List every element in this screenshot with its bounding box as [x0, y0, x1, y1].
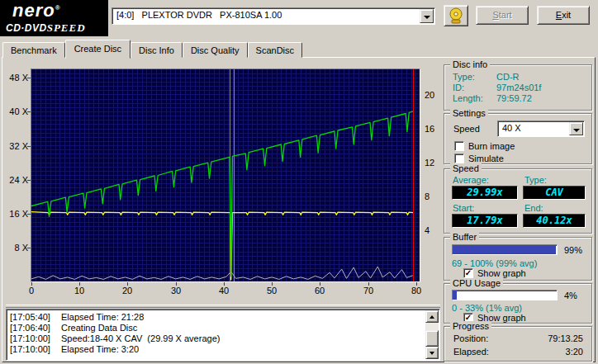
start-speed-label: Start:	[453, 203, 474, 213]
speed-graph-canvas	[31, 69, 420, 281]
speed-type-display: CAV	[523, 186, 586, 200]
buffer-progress-fill	[453, 245, 556, 254]
drive-select-value: [4:0] PLEXTOR DVDR PX-810SA 1.00	[116, 10, 282, 20]
disc-id-value: 97m24s01f	[496, 83, 541, 92]
cpu-progress-fill	[453, 291, 457, 300]
settings-title: Settings	[450, 108, 488, 118]
speed-title: Speed	[450, 163, 482, 173]
eject-tray-button[interactable]	[444, 5, 468, 26]
nero-logo: nero® CD·DVDSPEED	[0, 0, 108, 36]
cpu-progressbar	[452, 290, 558, 300]
disc-length-label: Length:	[453, 93, 483, 103]
registered-mark-icon: ®	[55, 4, 61, 12]
disc-type-label: Type:	[453, 72, 475, 82]
chevron-down-icon	[573, 129, 580, 132]
speed-select-combobox[interactable]: 40 X	[497, 121, 585, 137]
disc-length-value: 79:59.72	[496, 93, 532, 103]
drive-select-combobox[interactable]: [4:0] PLEXTOR DVDR PX-810SA 1.00	[112, 7, 435, 25]
log-line[interactable]: [17:05:40]Elapsed Time: 21:28	[10, 312, 424, 323]
disc-info-group: Disc info Type: CD-R ID: 97m24s01f Lengt…	[444, 64, 592, 111]
elapsed-value: 3:20	[566, 347, 583, 357]
buffer-percent: 99%	[564, 245, 582, 255]
speed-select-dropdown-button[interactable]	[569, 122, 583, 135]
average-speed-display: 29.99x	[452, 186, 518, 200]
buffer-progressbar	[452, 244, 558, 255]
simulate-label: Simulate	[468, 154, 504, 163]
arrow-up-icon	[430, 315, 434, 319]
cpu-usage-group: CPU Usage 4% 0 - 33% (1% avg) Show graph	[444, 283, 592, 324]
tab-scandisc[interactable]: ScanDisc	[248, 42, 302, 58]
tab-bar: BenchmarkCreate DiscDisc InfoDisc Qualit…	[2, 39, 302, 58]
progress-group: Progress Position: 79:13.25 Elapsed: 3:2…	[444, 326, 592, 362]
cd-dvd-speed-wordmark: CD·DVDSPEED	[6, 21, 86, 35]
nero-wordmark: nero®	[12, 0, 61, 21]
arrow-down-icon	[430, 352, 434, 355]
end-speed-display: 40.12x	[523, 214, 586, 228]
average-label: Average:	[453, 175, 489, 185]
speed-select-value: 40 X	[502, 123, 521, 133]
cpu-usage-title: CPU Usage	[450, 278, 503, 288]
scroll-down-button[interactable]	[425, 347, 439, 359]
buffer-show-graph-checkbox[interactable]	[463, 268, 473, 278]
buffer-group: Buffer 99% 69 - 100% (99% avg) Show grap…	[444, 237, 592, 281]
nero-cd-dvd-speed-window: nero® CD·DVDSPEED [4:0] PLEXTOR DVDR PX-…	[0, 0, 598, 364]
position-value: 79:13.25	[548, 333, 583, 343]
disc-type-value: CD-R	[496, 72, 520, 82]
tab-benchmark[interactable]: Benchmark	[2, 42, 65, 58]
burn-image-checkbox[interactable]	[454, 141, 464, 151]
log-splitter[interactable]	[6, 305, 440, 308]
burn-image-label: Burn image	[468, 141, 515, 151]
scroll-up-button[interactable]	[425, 310, 439, 323]
exit-button[interactable]: Exit	[537, 6, 590, 25]
scrollbar-thumb[interactable]	[425, 330, 439, 347]
disc-id-label: ID:	[453, 83, 464, 92]
drive-select-dropdown-button[interactable]	[420, 9, 434, 23]
elapsed-label: Elapsed:	[453, 347, 489, 357]
end-speed-label: End:	[524, 203, 543, 213]
progress-title: Progress	[450, 321, 491, 331]
chevron-down-icon	[424, 16, 430, 19]
event-log-listbox[interactable]: [17:05:40]Elapsed Time: 21:28[17:06:40]C…	[6, 309, 440, 361]
speed-select-label: Speed	[453, 124, 480, 134]
tab-disc-quality[interactable]: Disc Quality	[183, 42, 248, 58]
buffer-range: 69 - 100% (99% avg)	[452, 258, 537, 268]
log-line[interactable]: [17:10:00]Speed:18-40 X CAV (29.99 X ave…	[10, 333, 424, 344]
tab-create-disc[interactable]: Create Disc	[65, 40, 131, 59]
log-line[interactable]: [17:10:00]Elapsed Time: 3:20	[10, 344, 424, 355]
log-scrollbar[interactable]	[425, 310, 439, 359]
buffer-title: Buffer	[450, 232, 479, 242]
event-log-lines: [17:05:40]Elapsed Time: 21:28[17:06:40]C…	[10, 312, 424, 358]
log-line[interactable]: [17:06:40]Creating Data Disc	[10, 323, 424, 333]
disc-info-title: Disc info	[450, 59, 490, 69]
simulate-checkbox[interactable]	[454, 154, 464, 163]
hand-disc-icon	[444, 6, 467, 26]
cpu-percent: 4%	[564, 291, 577, 300]
start-speed-display: 17.79x	[452, 214, 518, 228]
cpu-range: 0 - 33% (1% avg)	[452, 303, 522, 313]
position-label: Position:	[453, 333, 488, 343]
settings-group: Settings Speed 40 X Burn image Simulate	[444, 113, 592, 164]
start-button[interactable]: Start	[476, 6, 529, 25]
type-label: Type:	[524, 175, 547, 185]
speed-graph	[31, 69, 420, 282]
speed-group: Speed Average: Type: 29.99x CAV Start: E…	[444, 168, 592, 234]
buffer-show-graph-label: Show graph	[477, 268, 526, 278]
tab-disc-info[interactable]: Disc Info	[131, 42, 183, 58]
